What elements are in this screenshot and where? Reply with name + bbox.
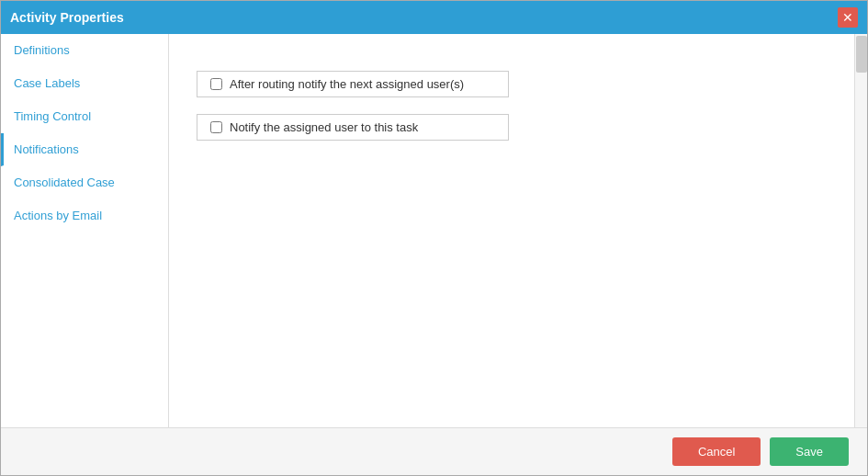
notification-option-1-text: After routing notify the next assigned u… [230,77,464,91]
dialog-body: Definitions Case Labels Timing Control N… [1,34,867,427]
main-content: After routing notify the next assigned u… [169,34,867,427]
sidebar-item-actions-by-email[interactable]: Actions by Email [1,199,168,232]
notification-option-2: Notify the assigned user to this task [197,114,840,141]
close-button[interactable]: ✕ [838,7,858,28]
notification-option-2-text: Notify the assigned user to this task [230,120,418,134]
dialog-footer: Cancel Save [1,427,867,475]
sidebar-item-definitions[interactable]: Definitions [1,34,168,67]
dialog-header: Activity Properties ✕ [1,1,867,34]
scrollbar-track[interactable] [854,34,867,427]
sidebar: Definitions Case Labels Timing Control N… [1,34,169,427]
scrollbar-thumb[interactable] [856,36,867,73]
notification-option-2-label[interactable]: Notify the assigned user to this task [197,114,509,141]
cancel-button[interactable]: Cancel [672,437,761,466]
main-scroll-area: After routing notify the next assigned u… [169,34,867,427]
sidebar-item-notifications[interactable]: Notifications [1,133,168,166]
notification-option-1: After routing notify the next assigned u… [197,71,840,97]
sidebar-item-timing-control[interactable]: Timing Control [1,100,168,133]
activity-properties-dialog: Activity Properties ✕ Definitions Case L… [0,0,868,476]
sidebar-item-case-labels[interactable]: Case Labels [1,67,168,100]
dialog-title: Activity Properties [10,10,124,25]
save-button[interactable]: Save [770,437,849,466]
sidebar-item-consolidated-case[interactable]: Consolidated Case [1,166,168,199]
notification-checkbox-1[interactable] [210,78,222,90]
notification-checkbox-2[interactable] [210,121,222,133]
notification-option-1-label[interactable]: After routing notify the next assigned u… [197,71,509,97]
